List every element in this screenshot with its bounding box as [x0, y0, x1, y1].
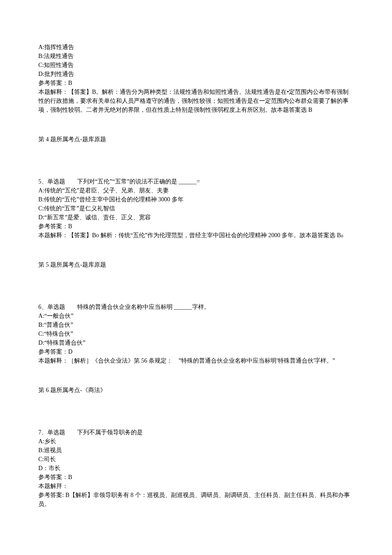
question-7-block: 7、单选题 下列不属于领导职务的是 A:乡长 B:巡视员 C:司长 D：市长 参…: [38, 428, 354, 509]
reference-answer: 参考答案：B: [38, 222, 354, 231]
option-d: D：市长: [38, 464, 354, 473]
explanation-text: 本题解释：【答案】B。解析：通告分为两种类型：法规性通告和知照性通告。法规性通告…: [38, 87, 354, 114]
option-b: B:法规性通告: [38, 52, 354, 61]
option-a: A:“一般合伙”: [38, 311, 354, 320]
explanation-text: 本题解释：【答案】Bo 解析：传统“五伦”作为伦理范型，曾经主宰中国社会的伦理精…: [38, 231, 354, 240]
explanation-label: 本题解拜：: [38, 482, 354, 491]
option-c: C:传统的“五常”是仁义礼智信: [38, 204, 354, 213]
document-page: A:指挥性通告 B:法规性通告 C:知照性通告 D:批判性通告 参考答案：B 本…: [0, 0, 392, 555]
question-5-topic: 第 5 题所属考点-题库原题: [38, 260, 354, 269]
question-stem: 7、单选题 下列不属于领导职务的是: [38, 428, 354, 437]
option-d: D:“新五常”是爱、诚信、责任、正义、宽容: [38, 213, 354, 222]
question-6-block: 6、单选题 特殊的普通合伙企业名称中应当标明 ______字样。 A:“一般合伙…: [38, 302, 354, 365]
question-4-block: A:指挥性通告 B:法规性通告 C:知照性通告 D:批判性通告 参考答案：B 本…: [38, 43, 354, 114]
question-6-topic: 第 6 题所属考点-《商法》: [38, 386, 354, 395]
option-c: C:司长: [38, 455, 354, 464]
option-a: A:指挥性通告: [38, 43, 354, 52]
option-a: A:传统的“五伦”是君臣、父子、兄弟、朋友、夫妻: [38, 186, 354, 195]
question-stem: 5、单选题 下列对“五伦”“五常”的说法不正确的是 ______=: [38, 177, 354, 186]
option-b: B:“普通合伙”: [38, 320, 354, 329]
explanation-text: 参考答案: B【解析】非领导职务有 8 个：巡视员、副巡视员、调研员、副调研员、…: [38, 491, 354, 509]
option-b: B:传统的“五伦”曾经主宰中国社会的伦理精神 3000 多年: [38, 195, 354, 204]
question-4-topic: 第 4 题所属考点-题库原题: [38, 135, 354, 144]
option-c: C:“特殊合伙”: [38, 329, 354, 338]
reference-answer: 参考答案：B: [38, 473, 354, 482]
question-stem: 6、单选题 特殊的普通合伙企业名称中应当标明 ______字样。: [38, 302, 354, 311]
explanation-text: 本题解释：［解析］《合伙企业法》第 56 条规定： ”特殊的普通合伙企业名称中应…: [38, 356, 354, 365]
reference-answer: 参考答案：D: [38, 347, 354, 356]
question-5-block: 5、单选题 下列对“五伦”“五常”的说法不正确的是 ______= A:传统的“…: [38, 177, 354, 240]
option-d: D:批判性通告: [38, 70, 354, 78]
option-d: D:“特殊普通合伙”: [38, 338, 354, 347]
reference-answer: 参考答案：B: [38, 78, 354, 87]
option-a: A:乡长: [38, 437, 354, 446]
option-b: B:巡视员: [38, 446, 354, 455]
option-c: C:知照性通告: [38, 61, 354, 70]
